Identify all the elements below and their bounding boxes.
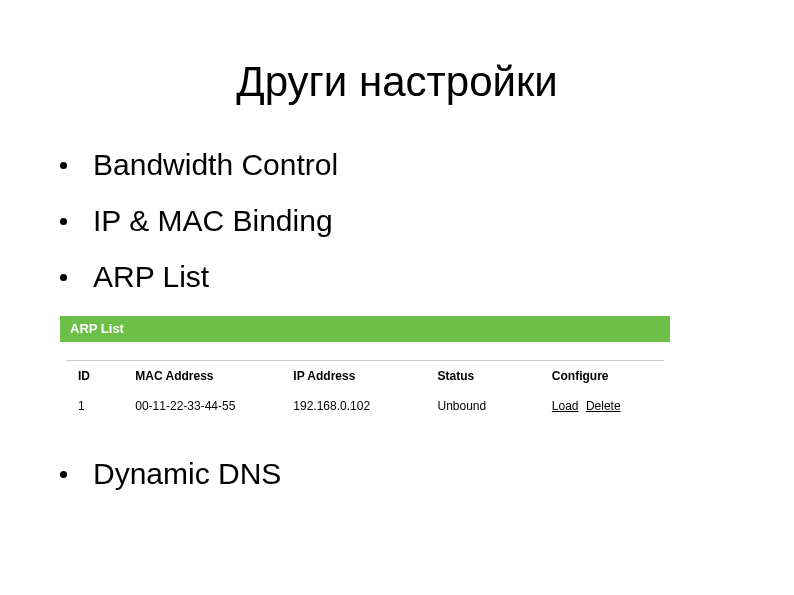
delete-link[interactable]: Delete [586, 399, 621, 413]
cell-configure: Load Delete [546, 391, 670, 423]
col-id: ID [60, 361, 129, 391]
load-link[interactable]: Load [552, 399, 579, 413]
arp-panel-header: ARP List [60, 316, 670, 342]
col-mac: MAC Address [129, 361, 287, 391]
bullet-label: IP & MAC Binding [93, 204, 333, 238]
bullet-ddns: Dynamic DNS [60, 457, 700, 491]
table-row: 1 00-11-22-33-44-55 192.168.0.102 Unboun… [60, 391, 670, 423]
slide: Други настройки Bandwidth Control IP & M… [0, 0, 794, 595]
cell-id: 1 [60, 391, 129, 423]
cell-status: Unbound [431, 391, 545, 423]
cell-ip: 192.168.0.102 [287, 391, 431, 423]
slide-title: Други настройки [0, 58, 794, 106]
bullet-icon [60, 471, 67, 478]
bullet-icon [60, 162, 67, 169]
arp-panel: ARP List ID MAC Address IP Address Statu… [60, 316, 670, 423]
bullet-bandwidth: Bandwidth Control [60, 148, 700, 182]
bullet-label: ARP List [93, 260, 209, 294]
bullet-label: Bandwidth Control [93, 148, 338, 182]
col-configure: Configure [546, 361, 670, 391]
arp-table-header-row: ID MAC Address IP Address Status Configu… [60, 361, 670, 391]
bullet-ipmac: IP & MAC Binding [60, 204, 700, 238]
bullet-icon [60, 274, 67, 281]
bullet-arp: ARP List [60, 260, 700, 294]
arp-table: ID MAC Address IP Address Status Configu… [60, 361, 670, 423]
arp-spacer [60, 342, 670, 360]
bullet-list: Bandwidth Control IP & MAC Binding ARP L… [60, 148, 700, 513]
col-ip: IP Address [287, 361, 431, 391]
col-status: Status [431, 361, 545, 391]
bullet-icon [60, 218, 67, 225]
bullet-label: Dynamic DNS [93, 457, 281, 491]
cell-mac: 00-11-22-33-44-55 [129, 391, 287, 423]
